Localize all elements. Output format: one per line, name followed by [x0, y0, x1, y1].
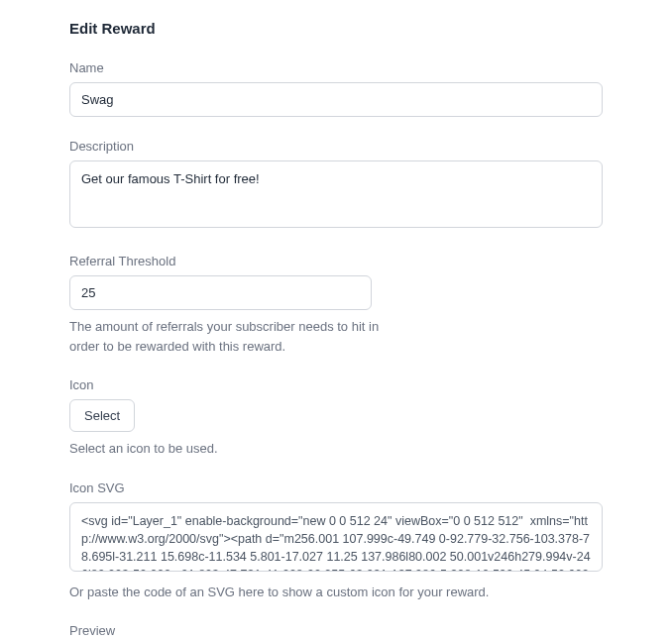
threshold-field: Referral Threshold The amount of referra… — [69, 254, 603, 356]
icon-field: Icon Select Select an icon to be used. — [69, 377, 603, 459]
svg-field: Icon SVG Or paste the code of an SVG her… — [69, 480, 603, 602]
svg-helper: Or paste the code of an SVG here to show… — [69, 583, 603, 602]
description-field: Description — [69, 139, 603, 232]
icon-label: Icon — [69, 377, 603, 392]
page-title: Edit Reward — [69, 20, 603, 37]
svg-input[interactable] — [69, 502, 603, 572]
name-field: Name — [69, 60, 603, 117]
description-label: Description — [69, 139, 603, 154]
threshold-input[interactable] — [69, 275, 372, 310]
name-input[interactable] — [69, 82, 603, 117]
select-icon-button[interactable]: Select — [69, 399, 135, 432]
description-input[interactable] — [69, 160, 603, 228]
icon-helper: Select an icon to be used. — [69, 439, 603, 459]
threshold-helper: The amount of referrals your subscriber … — [69, 317, 396, 356]
preview-label: Preview — [69, 623, 603, 638]
threshold-label: Referral Threshold — [69, 254, 603, 268]
preview-field: Preview — [69, 623, 603, 639]
name-label: Name — [69, 60, 603, 75]
svg-label: Icon SVG — [69, 480, 603, 495]
